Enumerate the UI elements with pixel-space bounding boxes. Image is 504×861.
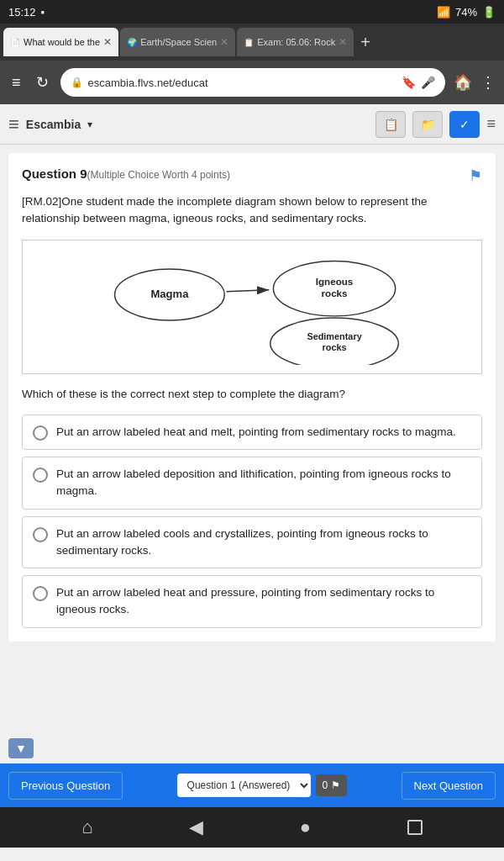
address-text: escambia.flvs.net/educat [88, 77, 396, 89]
brand-label: Escambia [26, 118, 81, 131]
address-bar: ≡ ↻ 🔒 escambia.flvs.net/educat 🔖 🎤 🏠 ⋮ [0, 61, 504, 104]
option-b[interactable]: Put an arrow labeled deposition and lith… [22, 457, 482, 510]
battery-icon: ▪ [41, 6, 45, 18]
question-dropdown[interactable]: Question 1 (Answered) [177, 774, 311, 797]
svg-text:rocks: rocks [322, 288, 348, 298]
question-body: [RM.02]One student made the incomplete d… [22, 193, 482, 228]
svg-text:Magma: Magma [150, 288, 189, 300]
tab-2-close[interactable]: ✕ [220, 36, 228, 48]
tab-1-label: What would be the [24, 37, 100, 47]
system-back-button[interactable]: ◀ [189, 816, 203, 838]
system-square-button[interactable] [407, 820, 423, 835]
svg-line-9 [226, 289, 269, 291]
more-options-icon[interactable]: ⋮ [480, 73, 496, 92]
bookmark-icon[interactable]: 🔖 [402, 76, 416, 89]
flag-count-button[interactable]: 0 ⚑ [316, 774, 348, 796]
flag-icon[interactable]: ⚑ [469, 166, 482, 185]
question-title: Question 9(Multiple Choice Worth 4 point… [22, 166, 230, 181]
tab-3-close[interactable]: ✕ [339, 36, 347, 48]
flag-count-value: 0 [323, 779, 328, 791]
tab-1-close[interactable]: ✕ [103, 36, 112, 48]
wifi-icon: 📶 [437, 6, 450, 18]
home-icon[interactable]: 🏠 [454, 73, 472, 92]
svg-text:rocks: rocks [323, 342, 347, 352]
lock-icon: 🔒 [71, 77, 83, 88]
question-number: Question 9 [22, 166, 87, 181]
status-time: 15:12 [8, 6, 36, 18]
svg-text:Sedimentary: Sedimentary [307, 331, 361, 341]
system-home-button[interactable]: ⌂ [81, 816, 92, 838]
radio-b[interactable] [33, 467, 48, 483]
question-card: Question 9(Multiple Choice Worth 4 point… [8, 153, 496, 642]
tab-2[interactable]: 🌍 Earth/Space Scien ✕ [120, 28, 235, 56]
toolbar-book-button[interactable]: 📋 [375, 111, 406, 138]
diagram-area: Magma Igneous rocks Sedimentary rocks [22, 240, 482, 374]
battery-percent: 74% [455, 6, 477, 18]
option-b-text: Put an arrow labeled deposition and lith… [56, 466, 471, 500]
previous-question-button[interactable]: Previous Question [8, 772, 123, 800]
question-prompt: Which of these is the correct next step … [22, 386, 482, 403]
question-meta: (Multiple Choice Worth 4 points) [87, 169, 231, 181]
tab-3-favicon: 📋 [244, 38, 254, 47]
scroll-indicator: ▼ [0, 733, 504, 763]
system-nav-bar: ⌂ ◀ ● [0, 807, 504, 848]
tab-3-label: Exam: 05.06: Rock [257, 37, 335, 47]
refresh-button[interactable]: ↻ [33, 70, 52, 95]
address-input-wrap[interactable]: 🔒 escambia.flvs.net/educat 🔖 🎤 [60, 68, 445, 97]
battery-icon: 🔋 [482, 6, 496, 18]
tab-1-favicon: 📄 [10, 38, 20, 47]
tab-3[interactable]: 📋 Exam: 05.06: Rock ✕ [237, 28, 354, 56]
svg-text:Igneous: Igneous [316, 275, 354, 286]
option-c[interactable]: Put an arrow labeled cools and crystalli… [22, 516, 482, 569]
hamburger-menu-icon[interactable]: ≡ [8, 114, 19, 135]
option-c-text: Put an arrow labeled cools and crystalli… [56, 526, 471, 560]
next-question-button[interactable]: Next Question [402, 772, 496, 800]
question-header: Question 9(Multiple Choice Worth 4 point… [22, 166, 482, 185]
toolbar-folder-button[interactable]: 📁 [412, 111, 443, 138]
radio-d[interactable] [33, 586, 48, 601]
main-content: Question 9(Multiple Choice Worth 4 point… [0, 145, 504, 733]
radio-c[interactable] [33, 527, 48, 542]
radio-a[interactable] [33, 425, 48, 441]
bottom-navigation: Previous Question Question 1 (Answered) … [0, 763, 504, 807]
status-bar: 15:12 ▪ 📶 74% 🔋 [0, 0, 504, 24]
option-d-text: Put an arrow labeled heat and pressure, … [56, 584, 471, 619]
microphone-icon[interactable]: 🎤 [421, 76, 435, 89]
browser-toolbar: ≡ Escambia ▾ 📋 📁 ✓ ≡ [0, 104, 504, 145]
toolbar-check-button[interactable]: ✓ [449, 111, 480, 138]
options-list: Put an arrow labeled heat and melt, poin… [22, 415, 482, 628]
menu-icon[interactable]: ≡ [8, 71, 24, 95]
brand-dropdown-icon[interactable]: ▾ [87, 119, 92, 130]
option-a[interactable]: Put an arrow labeled heat and melt, poin… [22, 415, 482, 450]
option-a-text: Put an arrow labeled heat and melt, poin… [56, 424, 456, 441]
question-select-group: Question 1 (Answered) 0 ⚑ [177, 774, 348, 797]
system-circle-button[interactable]: ● [300, 816, 311, 838]
flag-count-icon: ⚑ [331, 779, 340, 791]
toolbar-more-icon[interactable]: ≡ [486, 115, 496, 133]
option-d[interactable]: Put an arrow labeled heat and pressure, … [22, 575, 482, 628]
tab-1[interactable]: 📄 What would be the ✕ [3, 28, 118, 56]
scroll-down-button[interactable]: ▼ [8, 738, 34, 758]
tab-2-favicon: 🌍 [127, 38, 137, 47]
new-tab-button[interactable]: + [355, 28, 375, 56]
tab-2-label: Earth/Space Scien [140, 37, 217, 47]
tab-bar: 📄 What would be the ✕ 🌍 Earth/Space Scie… [0, 24, 504, 61]
diagram-svg: Magma Igneous rocks Sedimentary rocks [31, 249, 473, 365]
